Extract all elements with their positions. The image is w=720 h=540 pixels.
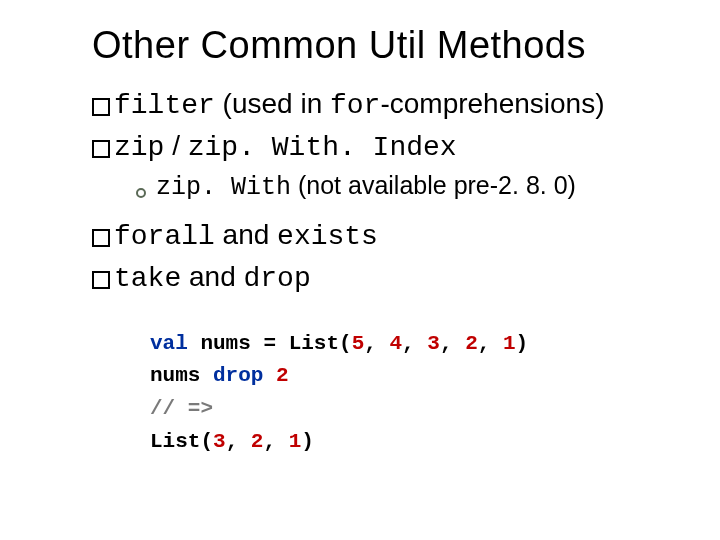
code-drop: drop: [244, 263, 311, 294]
code-text: nums = List(: [188, 332, 352, 355]
bullet-text: forall and exists: [114, 216, 378, 256]
code-zip: zip: [114, 132, 164, 163]
comma: ,: [478, 332, 503, 355]
bullet-text: take and drop: [114, 258, 311, 298]
text: /: [164, 130, 187, 161]
bullet-text: zip / zip. With. Index: [114, 127, 457, 167]
sub-bullet-zipwith: zip. With (not available pre-2. 8. 0): [136, 169, 690, 205]
circle-bullet-icon: [136, 188, 146, 198]
slide-title: Other Common Util Methods: [92, 24, 720, 67]
num: 2: [276, 364, 289, 387]
bullet-list: filter (used in for-comprehensions) zip …: [92, 85, 690, 458]
keyword-drop: drop: [213, 364, 263, 387]
text: and: [215, 219, 277, 250]
keyword-val: val: [150, 332, 188, 355]
text: (used in: [215, 88, 330, 119]
code-example: val nums = List(5, 4, 3, 2, 1) nums drop…: [150, 328, 690, 458]
code-zipwith: zip. With: [156, 173, 291, 202]
code-line-1: val nums = List(5, 4, 3, 2, 1): [150, 328, 690, 361]
bullet-filter: filter (used in for-comprehensions): [92, 85, 690, 125]
num: 4: [389, 332, 402, 355]
code-take: take: [114, 263, 181, 294]
square-bullet-icon: [92, 271, 110, 289]
square-bullet-icon: [92, 229, 110, 247]
code-text: List(: [150, 430, 213, 453]
code-forall: forall: [114, 221, 215, 252]
code-exists: exists: [277, 221, 378, 252]
num: 5: [352, 332, 365, 355]
code-for: for: [330, 90, 380, 121]
text: and: [181, 261, 243, 292]
code-line-3: // =>: [150, 393, 690, 426]
bullet-text: filter (used in for-comprehensions): [114, 85, 605, 125]
bullet-take: take and drop: [92, 258, 690, 298]
num: 2: [465, 332, 478, 355]
num: 3: [213, 430, 226, 453]
comma: ,: [263, 430, 288, 453]
bullet-forall: forall and exists: [92, 216, 690, 256]
code-zipwithindex: zip. With. Index: [188, 132, 457, 163]
num: 1: [289, 430, 302, 453]
code-line-4: List(3, 2, 1): [150, 426, 690, 459]
code-text: nums: [150, 364, 213, 387]
paren: ): [516, 332, 529, 355]
comma: ,: [364, 332, 389, 355]
num: 2: [251, 430, 264, 453]
comma: ,: [440, 332, 465, 355]
slide: Other Common Util Methods filter (used i…: [0, 0, 720, 540]
comment: // =>: [150, 397, 213, 420]
space: [263, 364, 276, 387]
comma: ,: [402, 332, 427, 355]
num: 3: [427, 332, 440, 355]
text: (not available pre-2. 8. 0): [291, 171, 576, 199]
square-bullet-icon: [92, 140, 110, 158]
num: 1: [503, 332, 516, 355]
code-filter: filter: [114, 90, 215, 121]
square-bullet-icon: [92, 98, 110, 116]
comma: ,: [226, 430, 251, 453]
code-line-2: nums drop 2: [150, 360, 690, 393]
bullet-zip: zip / zip. With. Index: [92, 127, 690, 167]
text: -comprehensions): [380, 88, 604, 119]
sub-bullet-text: zip. With (not available pre-2. 8. 0): [156, 169, 576, 205]
paren: ): [301, 430, 314, 453]
